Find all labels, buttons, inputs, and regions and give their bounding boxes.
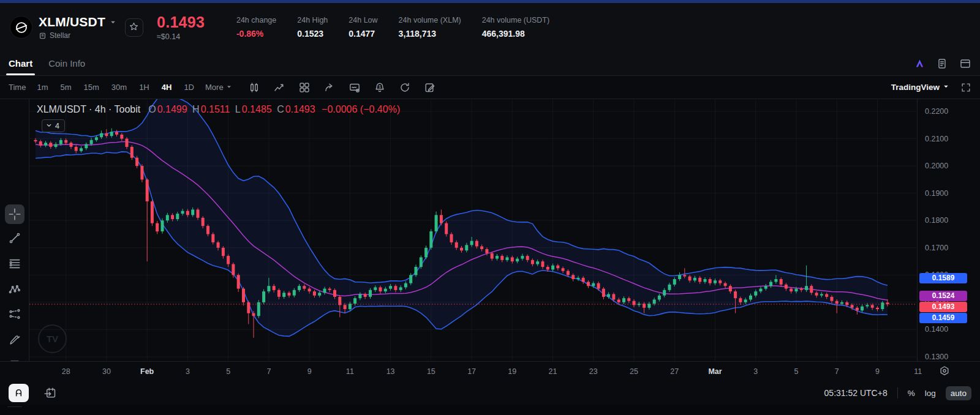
price-axis[interactable]: 0.22000.21000.20000.19000.18000.17000.16…	[917, 99, 980, 361]
tradingview-watermark: TV	[38, 324, 67, 353]
tab-chart[interactable]: Chart	[9, 51, 32, 75]
trend-line	[8, 231, 21, 245]
tab-coin-info[interactable]: Coin Info	[48, 51, 85, 75]
stat-0: 24h change -0.86%	[236, 16, 276, 39]
timeframe-5m[interactable]: 5m	[59, 81, 72, 93]
draw-tool-crosshair[interactable]	[5, 204, 24, 224]
stat-label: 24h High	[297, 16, 328, 24]
percent-scale-button[interactable]: %	[908, 389, 915, 398]
time-tick: 7	[824, 367, 849, 376]
timeframe-4h[interactable]: 4H	[160, 81, 173, 93]
timeframe-1h[interactable]: 1H	[138, 81, 151, 93]
notes-icon[interactable]	[424, 81, 436, 94]
time-tick: 23	[581, 367, 606, 376]
sidebar-divider	[7, 406, 22, 407]
time-axis[interactable]: 2830Feb3579111315171921232527Mar357911	[0, 361, 980, 381]
time-tick: 11	[337, 367, 362, 376]
chevron-down-icon	[226, 83, 232, 92]
divider	[897, 387, 898, 398]
timeframe-30m[interactable]: 30m	[110, 81, 128, 93]
price-tag-bb-lower: 0.1459	[919, 313, 967, 323]
time-tick: 9	[297, 367, 322, 376]
draw-tool-projection[interactable]	[8, 307, 21, 323]
time-tick: 21	[541, 367, 565, 376]
fullscreen-icon[interactable]	[960, 82, 971, 93]
draw-tool-fib-retracement[interactable]	[8, 257, 21, 273]
pair-dropdown-caret[interactable]	[110, 19, 116, 26]
svg-text:$: $	[379, 84, 381, 88]
favorite-star-button[interactable]	[125, 18, 143, 37]
price-alert-icon[interactable]: $	[374, 81, 386, 94]
axis-settings-icon[interactable]	[938, 365, 951, 377]
price-tick: 0.1300	[925, 353, 948, 361]
stat-value: 0.1523	[297, 29, 328, 39]
session-clock[interactable]: 05:31:52 UTC+8	[824, 388, 888, 398]
draw-tool-xabcd-pattern[interactable]	[8, 283, 21, 299]
a-logo[interactable]	[914, 58, 925, 69]
timeframe-list: 1m5m15m30m1H4H1D	[36, 81, 195, 93]
pair-title[interactable]: XLM/USDT	[39, 15, 105, 29]
go-to-date-icon[interactable]	[43, 386, 57, 400]
time-tick: 15	[419, 367, 443, 376]
pair-block: XLM/USDT Stellar	[39, 15, 116, 40]
brush	[8, 333, 21, 346]
time-tick: 17	[459, 367, 484, 376]
timeframe-1d[interactable]: 1D	[183, 81, 195, 93]
layout-grid-icon[interactable]	[298, 81, 311, 94]
price-usd-approx: ≈$0.14	[157, 32, 218, 41]
layout-panel-icon[interactable]	[959, 58, 971, 70]
price-tag-bb-basis: 0.1524	[919, 291, 967, 301]
projection	[8, 307, 21, 321]
legend-ohlc: O0.1499 H0.1511 L0.1485 C0.1493 −0.0006 …	[146, 104, 400, 115]
crosshair	[7, 207, 22, 222]
share-icon[interactable]	[323, 81, 336, 94]
more-timeframes-button[interactable]: More	[205, 83, 232, 92]
stat-value: -0.86%	[236, 29, 276, 39]
timeframe-label: Time	[9, 83, 26, 92]
legend-change: −0.0006 (−0.40%)	[322, 104, 400, 114]
timeframe-1m[interactable]: 1m	[36, 81, 49, 93]
time-tick: 30	[94, 367, 119, 376]
chart-legend: XLM/USDT · 4h · Toobit O0.1499 H0.1511 L…	[37, 104, 400, 115]
candlestick-chart[interactable]	[29, 99, 917, 361]
stat-label: 24h volume (USDT)	[482, 16, 549, 24]
stat-1: 24h High 0.1523	[297, 16, 328, 39]
price-tick: 0.2100	[925, 135, 948, 143]
orders-doc-icon[interactable]	[936, 58, 948, 70]
time-tick: 27	[662, 367, 687, 376]
stat-label: 24h Low	[349, 16, 377, 24]
draw-tool-brush[interactable]	[8, 333, 21, 349]
candles-icon[interactable]	[248, 81, 260, 94]
magnet-icon	[13, 386, 24, 400]
refresh-icon[interactable]	[399, 81, 411, 94]
magnet-mode-button[interactable]	[9, 384, 29, 402]
stat-3: 24h volume (XLM) 3,118,713	[399, 16, 461, 39]
time-tick: 19	[500, 367, 524, 376]
network-badge-icon	[39, 32, 47, 40]
price-tick: 0.1900	[925, 189, 948, 198]
chart-toolbar: Time 1m5m15m30m1H4H1D More $ TradingView	[0, 76, 980, 99]
draw-tool-trend-line[interactable]	[8, 231, 21, 247]
price-tick: 0.1800	[925, 216, 948, 225]
stat-value: 466,391.98	[482, 29, 549, 39]
last-price: 0.1493	[157, 13, 218, 31]
toolbar-icon-group: $	[248, 81, 436, 94]
tab-bar-icons	[914, 58, 971, 70]
chart-area[interactable]: XLM/USDT · 4h · Toobit O0.1499 H0.1511 L…	[29, 99, 917, 361]
time-tick: 13	[379, 367, 403, 376]
stat-2: 24h Low 0.1477	[349, 16, 377, 39]
timeframe-15m[interactable]: 15m	[83, 81, 100, 93]
indicators-icon[interactable]	[273, 81, 285, 94]
star-icon	[129, 21, 139, 34]
stats-row: 24h change -0.86%24h High 0.152324h Low …	[236, 16, 549, 39]
chart-settings-icon[interactable]	[349, 81, 361, 94]
log-scale-button[interactable]: log	[925, 389, 936, 398]
tab-list: ChartCoin Info	[9, 51, 85, 75]
time-tick: 9	[865, 367, 889, 376]
indicators-collapse-badge[interactable]: 4	[42, 119, 65, 132]
time-tick: Mar	[703, 367, 728, 376]
auto-scale-button[interactable]: auto	[946, 386, 971, 400]
time-tick: 3	[175, 367, 200, 376]
bottom-toolbar: 05:31:52 UTC+8 % log auto	[0, 381, 980, 405]
tradingview-menu[interactable]: TradingView	[891, 83, 949, 92]
